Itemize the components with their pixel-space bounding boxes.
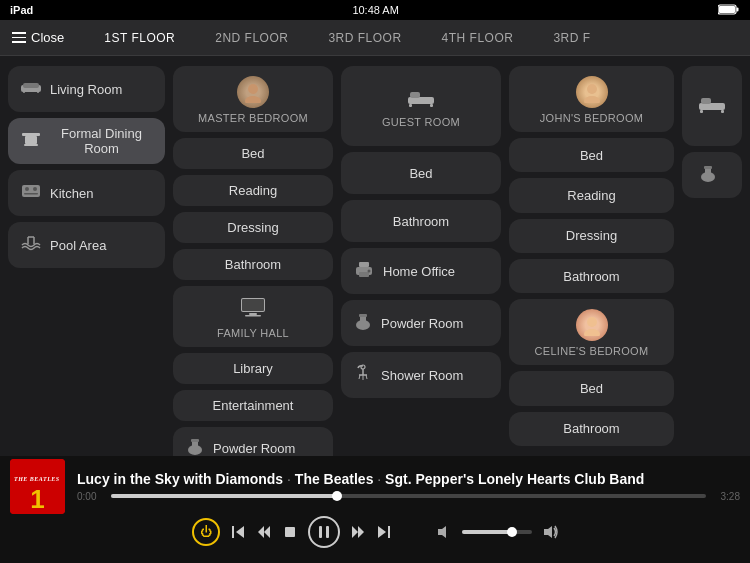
master-bedroom-avatar [237, 76, 269, 108]
svg-rect-20 [242, 299, 264, 311]
svg-rect-2 [719, 6, 735, 13]
svg-marker-63 [378, 526, 386, 538]
room-kitchen[interactable]: Kitchen [8, 170, 165, 216]
room-home-office[interactable]: Home Office [341, 248, 501, 294]
svg-rect-25 [191, 439, 199, 442]
celine-avatar [576, 309, 608, 341]
app-header: Close 1ST FLOOR 2ND FLOOR 3RD FLOOR 4TH … [0, 20, 750, 56]
room-3b-toilet[interactable] [682, 152, 742, 198]
svg-point-46 [584, 329, 600, 336]
john-avatar [576, 76, 608, 108]
svg-rect-10 [22, 185, 40, 197]
volume-thumb [507, 527, 517, 537]
svg-marker-54 [236, 526, 244, 538]
room-library[interactable]: Library [173, 353, 333, 384]
track-info: Lucy in the Sky with Diamonds · The Beat… [77, 471, 740, 502]
tab-floor3b[interactable]: 3RD F [533, 27, 610, 49]
room-formal-dining[interactable]: Formal Dining Room [8, 118, 165, 164]
progress-thumb [332, 491, 342, 501]
total-time: 3:28 [712, 491, 740, 502]
rooms-grid: Living Room Formal Dining Room [0, 56, 750, 456]
close-button[interactable]: Close [12, 30, 64, 45]
power-button[interactable]: ⏻ [192, 518, 220, 546]
svg-rect-31 [359, 262, 369, 267]
room-entertainment[interactable]: Entertainment [173, 390, 333, 421]
room-johns-bedroom[interactable]: JOHN'S BEDROOM [509, 66, 674, 132]
room-master-bedroom[interactable]: MASTER BEDROOM [173, 66, 333, 132]
svg-rect-27 [410, 92, 420, 98]
volume-up-button[interactable] [542, 524, 558, 540]
room-master-bed[interactable]: Bed [173, 138, 333, 169]
svg-marker-61 [352, 526, 358, 538]
tab-floor1[interactable]: 1ST FLOOR [84, 27, 195, 49]
tab-floor3[interactable]: 3RD FLOOR [308, 27, 421, 49]
shower-room-label: Shower Room [381, 368, 463, 383]
room-master-bathroom[interactable]: Bathroom [173, 249, 333, 280]
svg-rect-53 [704, 166, 712, 169]
svg-rect-59 [319, 526, 322, 538]
svg-rect-13 [24, 193, 38, 195]
printer-icon [353, 260, 375, 282]
svg-rect-48 [701, 98, 711, 104]
room-johns-bathroom[interactable]: Bathroom [509, 259, 674, 293]
prev-track-button[interactable] [230, 524, 246, 540]
room-3b-featured[interactable] [682, 66, 742, 146]
room-powder-room-2f[interactable]: Powder Room [173, 427, 333, 456]
tab-floor4[interactable]: 4TH FLOOR [422, 27, 534, 49]
volume-down-button[interactable] [436, 524, 452, 540]
shower-icon [353, 363, 373, 387]
johns-bedroom-label: JOHN'S BEDROOM [540, 112, 643, 124]
svg-rect-6 [23, 83, 39, 88]
rewind-button[interactable] [256, 524, 272, 540]
room-family-hall[interactable]: FAMILY HALL [173, 286, 333, 347]
current-time: 0:00 [77, 491, 105, 502]
svg-rect-36 [359, 314, 367, 317]
svg-point-18 [245, 96, 261, 103]
family-hall-label: FAMILY HALL [217, 327, 289, 339]
svg-rect-50 [721, 110, 724, 113]
room-celines-bathroom[interactable]: Bathroom [509, 412, 674, 446]
room-master-reading[interactable]: Reading [173, 175, 333, 206]
floor-4-column: JOHN'S BEDROOM Bed Reading Dressing Bath… [509, 66, 674, 446]
status-time: 10:48 AM [352, 4, 398, 16]
floor-tabs: 1ST FLOOR 2ND FLOOR 3RD FLOOR 4TH FLOOR … [84, 27, 738, 49]
room-pool-area[interactable]: Pool Area [8, 222, 165, 268]
celines-bedroom-label: CELINE'S BEDROOM [535, 345, 649, 357]
dining-icon [20, 131, 42, 151]
room-shower-room[interactable]: Shower Room [341, 352, 501, 398]
progress-fill [111, 494, 337, 498]
room-master-dressing[interactable]: Dressing [173, 212, 333, 243]
volume-bar[interactable] [462, 530, 532, 534]
master-dressing-label: Dressing [227, 220, 278, 235]
svg-rect-1 [737, 7, 739, 11]
room-johns-reading[interactable]: Reading [509, 178, 674, 212]
pool-icon [20, 235, 42, 255]
svg-rect-47 [699, 103, 725, 110]
play-pause-button[interactable] [308, 516, 340, 548]
svg-rect-64 [388, 526, 390, 538]
room-guest-bathroom[interactable]: Bathroom [341, 200, 501, 242]
music-player: THE BEATLES 1 Lucy in the Sky with Diamo… [0, 456, 750, 563]
kitchen-icon [20, 183, 42, 203]
album-art-top: THE BEATLES [10, 459, 65, 484]
room-powder-room-3f[interactable]: Powder Room [341, 300, 501, 346]
progress-bar[interactable] [111, 494, 706, 498]
room-living-room[interactable]: Living Room [8, 66, 165, 112]
svg-point-12 [33, 187, 37, 191]
stop-button[interactable] [282, 524, 298, 540]
next-track-button[interactable] [376, 524, 392, 540]
room-johns-dressing[interactable]: Dressing [509, 219, 674, 253]
master-bedroom-label: MASTER BEDROOM [198, 112, 308, 124]
room-guest-bed[interactable]: Bed [341, 152, 501, 194]
toilet-icon-3f [353, 312, 373, 334]
close-label: Close [31, 30, 64, 45]
svg-rect-49 [700, 110, 703, 113]
tab-floor2[interactable]: 2ND FLOOR [195, 27, 308, 49]
floor-3-column: GUEST ROOM Bed Bathroom Home Office [341, 66, 501, 446]
room-celines-bed[interactable]: Bed [509, 371, 674, 405]
room-celines-bedroom[interactable]: CELINE'S BEDROOM [509, 299, 674, 365]
fast-forward-button[interactable] [350, 524, 366, 540]
room-guest-room[interactable]: GUEST ROOM [341, 66, 501, 146]
room-johns-bed[interactable]: Bed [509, 138, 674, 172]
album-art: THE BEATLES 1 [10, 459, 65, 514]
